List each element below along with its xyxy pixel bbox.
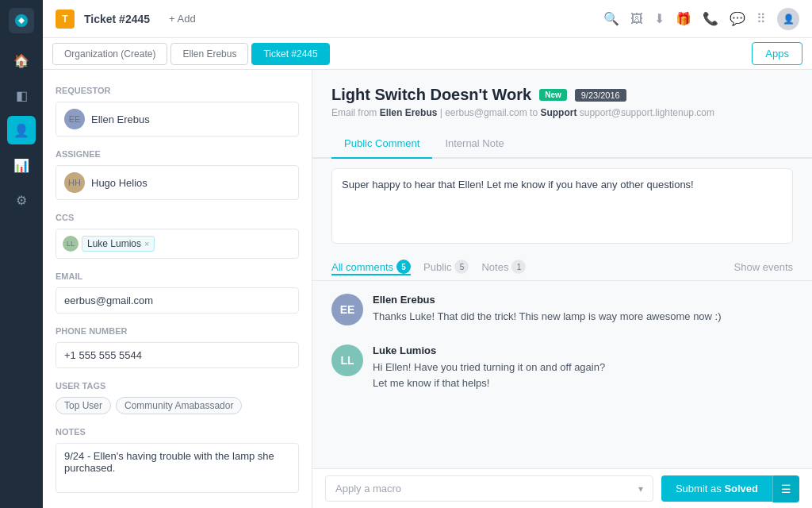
comment-body-luke: Luke Lumios Hi Ellen! Have you tried tur… bbox=[373, 344, 605, 391]
reply-area: Super happy to hear that Ellen! Let me k… bbox=[331, 168, 793, 244]
requestor-name: Ellen Erebus bbox=[91, 114, 150, 125]
show-events-button[interactable]: Show events bbox=[734, 261, 793, 273]
tab-public-comment[interactable]: Public Comment bbox=[331, 131, 432, 159]
meta-to: Support bbox=[540, 107, 576, 118]
macro-selector[interactable]: Apply a macro ▾ bbox=[325, 475, 653, 502]
grid-icon[interactable]: ⠿ bbox=[756, 11, 766, 26]
search-icon[interactable]: 🔍 bbox=[603, 11, 619, 26]
tab-ellen[interactable]: Ellen Erebus bbox=[170, 43, 248, 65]
app-logo bbox=[9, 8, 34, 33]
requestor-user-item[interactable]: EE Ellen Erebus bbox=[56, 102, 299, 137]
assignee-field: Assignee HH Hugo Helios bbox=[56, 149, 299, 200]
macro-placeholder: Apply a macro bbox=[335, 483, 401, 495]
notes-label: Notes bbox=[56, 427, 299, 437]
ccs-field: CCs LL Luke Lumios × bbox=[56, 213, 299, 259]
bottom-bar: Apply a macro ▾ Submit as Solved ☰ bbox=[312, 468, 812, 508]
requestor-label: Requestor bbox=[56, 86, 299, 95]
comment-author: Ellen Erebus bbox=[373, 294, 722, 306]
assignee-name: Hugo Helios bbox=[91, 177, 147, 189]
assignee-label: Assignee bbox=[56, 149, 299, 159]
assignee-avatar: HH bbox=[64, 172, 85, 193]
email-field: Email bbox=[56, 271, 299, 314]
main-content: Light Switch Doesn't Work New 9/23/2016 … bbox=[312, 70, 812, 508]
filter-notes[interactable]: Notes 1 bbox=[481, 258, 526, 275]
body-layout: Requestor EE Ellen Erebus Assignee HH Hu… bbox=[43, 70, 812, 508]
ticket-header: Light Switch Doesn't Work New 9/23/2016 … bbox=[312, 70, 812, 131]
public-badge: 5 bbox=[454, 260, 469, 274]
tag-community: Community Amabassador bbox=[116, 397, 242, 414]
badge-new: New bbox=[539, 89, 567, 101]
download-icon[interactable]: ⬇ bbox=[654, 11, 665, 26]
notes-badge: 1 bbox=[511, 260, 526, 274]
filter-all-comments[interactable]: All comments 5 bbox=[331, 258, 411, 275]
nav-chart-icon[interactable]: 📊 bbox=[7, 151, 36, 179]
tab-organization[interactable]: Organization (Create) bbox=[52, 43, 167, 65]
meta-from: Ellen Erebus bbox=[380, 107, 438, 118]
submit-dropdown-button[interactable]: ☰ bbox=[772, 475, 799, 502]
comment-text: Hi Ellen! Have you tried turning it on a… bbox=[373, 360, 605, 391]
all-comments-badge: 5 bbox=[396, 260, 411, 274]
cc-tag: Luke Lumios × bbox=[82, 236, 155, 252]
tabs-bar: Organization (Create) Ellen Erebus Ticke… bbox=[43, 38, 812, 70]
gift-icon[interactable]: 🎁 bbox=[676, 11, 691, 26]
add-button[interactable]: + Add bbox=[169, 13, 196, 25]
nav-ticket-icon[interactable]: ◧ bbox=[7, 81, 36, 110]
macro-chevron-icon: ▾ bbox=[638, 483, 643, 495]
email-label: Email bbox=[56, 271, 299, 281]
comment-author: Luke Lumios bbox=[373, 344, 605, 356]
ticket-type-icon: T bbox=[56, 10, 75, 29]
comment-text: Thanks Luke! That did the trick! This ne… bbox=[373, 309, 722, 325]
tags-label: User Tags bbox=[56, 381, 299, 391]
reply-textarea[interactable]: Super happy to hear that Ellen! Let me k… bbox=[332, 169, 792, 241]
ccs-label: CCs bbox=[56, 213, 299, 222]
ticket-meta: Email from Ellen Erebus | eerbus@gmail.c… bbox=[331, 107, 793, 118]
main-container: T Ticket #2445 + Add 🔍 🖼 ⬇ 🎁 📞 💬 ⠿ 👤 Org… bbox=[43, 0, 812, 508]
apps-button[interactable]: Apps bbox=[752, 42, 802, 65]
phone-icon[interactable]: 📞 bbox=[703, 11, 718, 26]
top-bar: T Ticket #2445 + Add 🔍 🖼 ⬇ 🎁 📞 💬 ⠿ 👤 bbox=[43, 0, 812, 38]
assignee-user-item[interactable]: HH Hugo Helios bbox=[56, 165, 299, 200]
notes-field: Notes 9/24 - Ellen's having trouble with… bbox=[56, 427, 299, 495]
tab-internal-note[interactable]: Internal Note bbox=[432, 131, 516, 159]
submit-main-button[interactable]: Submit as Solved bbox=[661, 475, 772, 502]
comment-body-ellen: Ellen Erebus Thanks Luke! That did the t… bbox=[373, 294, 722, 325]
comments-list: EE Ellen Erebus Thanks Luke! That did th… bbox=[312, 281, 812, 468]
sidebar: Requestor EE Ellen Erebus Assignee HH Hu… bbox=[43, 70, 312, 508]
tags-container: Top User Community Amabassador bbox=[56, 397, 299, 414]
filter-public[interactable]: Public 5 bbox=[423, 258, 469, 275]
tab-ticket[interactable]: Ticket #2445 bbox=[251, 43, 329, 65]
tags-field: User Tags Top User Community Amabassador bbox=[56, 381, 299, 414]
comment-avatar-ellen: EE bbox=[331, 294, 363, 325]
requestor-field: Requestor EE Ellen Erebus bbox=[56, 86, 299, 137]
ticket-title: Light Switch Doesn't Work bbox=[331, 86, 531, 104]
phone-label: Phone Number bbox=[56, 326, 299, 336]
left-nav: 🏠 ◧ 👤 📊 ⚙ bbox=[0, 0, 43, 508]
image-icon[interactable]: 🖼 bbox=[630, 12, 643, 26]
badge-date: 9/23/2016 bbox=[575, 89, 626, 102]
comment-item: LL Luke Lumios Hi Ellen! Have you tried … bbox=[331, 344, 793, 391]
nav-user-icon[interactable]: 👤 bbox=[7, 116, 36, 144]
phone-input[interactable] bbox=[56, 342, 299, 368]
tag-top-user: Top User bbox=[56, 397, 111, 414]
comment-tabs: Public Comment Internal Note bbox=[312, 131, 812, 159]
filter-bar: All comments 5 Public 5 Notes 1 Show eve… bbox=[312, 253, 812, 281]
comment-avatar-luke: LL bbox=[331, 344, 363, 376]
cc-container[interactable]: LL Luke Lumios × bbox=[56, 229, 299, 259]
cc-tag-remove[interactable]: × bbox=[144, 239, 149, 248]
phone-field: Phone Number bbox=[56, 326, 299, 368]
email-input[interactable] bbox=[56, 287, 299, 314]
nav-home-icon[interactable]: 🏠 bbox=[7, 46, 36, 75]
message-icon[interactable]: 💬 bbox=[730, 11, 745, 26]
nav-settings-icon[interactable]: ⚙ bbox=[7, 186, 36, 214]
comment-item: EE Ellen Erebus Thanks Luke! That did th… bbox=[331, 294, 793, 325]
top-bar-title: Ticket #2445 bbox=[84, 13, 150, 25]
cc-avatar: LL bbox=[63, 236, 79, 252]
requestor-avatar: EE bbox=[64, 109, 85, 129]
notes-textarea[interactable]: 9/24 - Ellen's having trouble with the l… bbox=[56, 443, 299, 493]
top-bar-icons: 🔍 🖼 ⬇ 🎁 📞 💬 ⠿ 👤 bbox=[603, 8, 799, 30]
submit-button-group: Submit as Solved ☰ bbox=[661, 475, 799, 502]
ticket-title-row: Light Switch Doesn't Work New 9/23/2016 bbox=[331, 86, 793, 104]
user-avatar[interactable]: 👤 bbox=[777, 8, 799, 30]
